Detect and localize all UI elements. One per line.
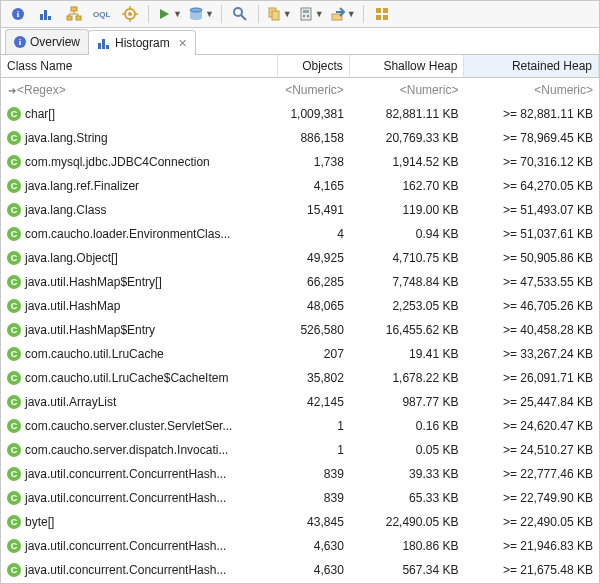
column-header-classname[interactable]: Class Name bbox=[1, 55, 278, 77]
table-row[interactable]: Cjava.lang.ref.Finalizer4,165162.70 KB>=… bbox=[1, 174, 599, 198]
info-icon: i bbox=[12, 8, 24, 20]
table-row[interactable]: Ccom.caucho.server.cluster.ServletSer...… bbox=[1, 414, 599, 438]
filter-shallow[interactable]: <Numeric> bbox=[350, 78, 465, 102]
class-icon: C bbox=[7, 179, 21, 193]
table-row[interactable]: Cjava.util.HashMap48,0652,253.05 KB>= 46… bbox=[1, 294, 599, 318]
table-row[interactable]: Cjava.util.concurrent.ConcurrentHash...4… bbox=[1, 558, 599, 582]
cell-retained: >= 24,510.27 KB bbox=[464, 443, 599, 457]
table-row[interactable]: Ccom.caucho.util.LruCache20719.41 KB>= 3… bbox=[1, 342, 599, 366]
oql-button[interactable]: OQL bbox=[89, 3, 115, 25]
table-row[interactable]: Ccom.caucho.server.dispatch.Invocati...1… bbox=[1, 438, 599, 462]
grid-button[interactable] bbox=[369, 3, 395, 25]
class-name-text: com.caucho.util.LruCache$CacheItem bbox=[25, 371, 228, 385]
close-icon[interactable]: ✕ bbox=[178, 37, 187, 50]
tabbar: i Overview Histogram ✕ bbox=[1, 28, 599, 55]
table-header: Class Name Objects Shallow Heap Retained… bbox=[1, 55, 599, 78]
column-header-objects[interactable]: Objects bbox=[278, 55, 350, 77]
cell-objects: 839 bbox=[278, 467, 350, 481]
class-icon: C bbox=[7, 395, 21, 409]
svg-rect-20 bbox=[301, 8, 311, 20]
cell-classname: Cjava.lang.String bbox=[1, 131, 278, 145]
table-row[interactable]: Ccom.mysql.jdbc.JDBC4Connection1,7381,91… bbox=[1, 150, 599, 174]
search-icon bbox=[232, 6, 248, 22]
cell-objects: 207 bbox=[278, 347, 350, 361]
table-row[interactable]: Cchar[]1,009,38182,881.11 KB>= 82,881.11… bbox=[1, 102, 599, 126]
cell-objects: 4,630 bbox=[278, 539, 350, 553]
db-button[interactable]: ▼ bbox=[186, 3, 216, 25]
table-row[interactable]: Cjava.util.ArrayList42,145987.77 KB>= 25… bbox=[1, 390, 599, 414]
table-row[interactable]: Cjava.lang.Object[]49,9254,710.75 KB>= 5… bbox=[1, 246, 599, 270]
table-row[interactable]: Cjava.lang.Class15,491119.00 KB>= 51,493… bbox=[1, 198, 599, 222]
cell-shallow: 0.05 KB bbox=[350, 443, 465, 457]
export-button[interactable]: ▼ bbox=[328, 3, 358, 25]
run-button[interactable]: ▼ bbox=[154, 3, 184, 25]
svg-rect-26 bbox=[376, 8, 381, 13]
table-row[interactable]: Cjava.util.HashMap$Entry[]66,2857,748.84… bbox=[1, 270, 599, 294]
cell-shallow: 0.16 KB bbox=[350, 419, 465, 433]
chevron-down-icon: ▼ bbox=[347, 9, 356, 19]
cell-classname: Cjava.util.ArrayList bbox=[1, 395, 278, 409]
column-header-retained[interactable]: Retained Heap bbox=[464, 55, 599, 77]
filter-classname[interactable]: ➔ <Regex> bbox=[1, 78, 278, 102]
cell-classname: Cjava.util.concurrent.ConcurrentHash... bbox=[1, 563, 278, 577]
class-name-text: java.util.concurrent.ConcurrentHash... bbox=[25, 563, 226, 577]
search-button[interactable] bbox=[227, 3, 253, 25]
cell-shallow: 19.41 KB bbox=[350, 347, 465, 361]
svg-rect-4 bbox=[67, 16, 72, 20]
tab-histogram[interactable]: Histogram ✕ bbox=[88, 30, 196, 55]
cell-retained: >= 64,270.05 KB bbox=[464, 179, 599, 193]
svg-text:OQL: OQL bbox=[93, 10, 110, 19]
export-icon bbox=[330, 6, 346, 22]
tab-overview[interactable]: i Overview bbox=[5, 29, 89, 54]
cell-shallow: 7,748.84 KB bbox=[350, 275, 465, 289]
separator bbox=[363, 5, 364, 23]
table-row[interactable]: Cjava.lang.String886,15820,769.33 KB>= 7… bbox=[1, 126, 599, 150]
cell-classname: Ccom.caucho.util.LruCache bbox=[1, 347, 278, 361]
class-icon: C bbox=[7, 131, 21, 145]
table-row[interactable]: Cjava.util.concurrent.ConcurrentHash...4… bbox=[1, 534, 599, 558]
class-name-text: java.util.concurrent.ConcurrentHash... bbox=[25, 539, 226, 553]
cell-objects: 839 bbox=[278, 491, 350, 505]
cell-shallow: 987.77 KB bbox=[350, 395, 465, 409]
gear-icon bbox=[122, 6, 138, 22]
filter-retained[interactable]: <Numeric> bbox=[464, 78, 599, 102]
tree-button[interactable] bbox=[61, 3, 87, 25]
gear-sun-button[interactable] bbox=[117, 3, 143, 25]
cell-retained: >= 22,777.46 KB bbox=[464, 467, 599, 481]
table-row[interactable]: Cjava.util.HashMap$Entry526,58016,455.62… bbox=[1, 318, 599, 342]
table-row[interactable]: Cjava.util.concurrent.ConcurrentHash...8… bbox=[1, 486, 599, 510]
table-row[interactable]: Ccom.caucho.util.LruCache$CacheItem35,80… bbox=[1, 366, 599, 390]
column-header-shallow[interactable]: Shallow Heap bbox=[350, 55, 465, 77]
cell-objects: 35,802 bbox=[278, 371, 350, 385]
cell-shallow: 39.33 KB bbox=[350, 467, 465, 481]
toolbar: i OQL ▼ ▼ ▼ ▼ ▼ bbox=[1, 1, 599, 28]
cell-retained: >= 78,969.45 KB bbox=[464, 131, 599, 145]
bar-chart-icon bbox=[38, 6, 54, 22]
class-icon: C bbox=[7, 227, 21, 241]
play-icon bbox=[156, 6, 172, 22]
cell-shallow: 16,455.62 KB bbox=[350, 323, 465, 337]
cell-objects: 1 bbox=[278, 419, 350, 433]
cell-classname: Cjava.lang.ref.Finalizer bbox=[1, 179, 278, 193]
calc-button[interactable]: ▼ bbox=[296, 3, 326, 25]
table-row[interactable]: Cjava.util.concurrent.ConcurrentHash...8… bbox=[1, 462, 599, 486]
svg-rect-3 bbox=[71, 7, 77, 11]
class-icon: C bbox=[7, 443, 21, 457]
copy-button[interactable]: ▼ bbox=[264, 3, 294, 25]
class-icon: C bbox=[7, 419, 21, 433]
info-button[interactable]: i bbox=[5, 3, 31, 25]
cell-objects: 43,845 bbox=[278, 515, 350, 529]
filter-objects[interactable]: <Numeric> bbox=[278, 78, 350, 102]
table-row[interactable]: Ccom.caucho.loader.EnvironmentClas...40.… bbox=[1, 222, 599, 246]
svg-rect-19 bbox=[272, 11, 279, 20]
table-row[interactable]: Cbyte[]43,84522,490.05 KB>= 22,490.05 KB bbox=[1, 510, 599, 534]
cell-retained: >= 47,533.55 KB bbox=[464, 275, 599, 289]
bar-chart-button[interactable] bbox=[33, 3, 59, 25]
svg-rect-0 bbox=[40, 14, 43, 20]
class-icon: C bbox=[7, 155, 21, 169]
class-icon: C bbox=[7, 275, 21, 289]
cell-shallow: 2,253.05 KB bbox=[350, 299, 465, 313]
table-row[interactable]: Cjava.util.concurrent.ConcurrentHash...6… bbox=[1, 582, 599, 583]
cell-classname: Cjava.lang.Object[] bbox=[1, 251, 278, 265]
cell-retained: >= 70,316.12 KB bbox=[464, 155, 599, 169]
